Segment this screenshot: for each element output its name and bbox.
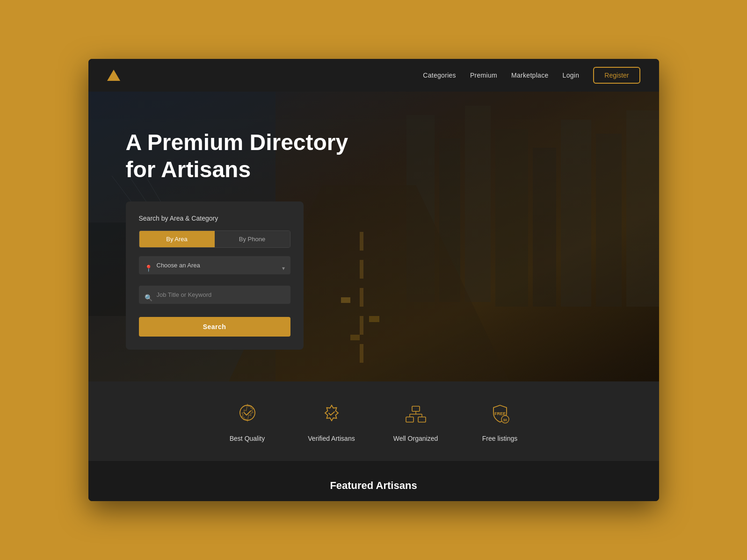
tab-by-area[interactable]: By Area xyxy=(139,231,215,247)
browser-window: Categories Premium Marketplace Login Reg… xyxy=(88,59,659,501)
keyword-field-wrapper: 🔍 xyxy=(139,286,290,309)
search-box: Search by Area & Category By Area By Pho… xyxy=(126,201,304,350)
verified-artisans-icon xyxy=(319,402,344,427)
svg-rect-24 xyxy=(412,406,420,411)
area-select[interactable]: Choose an Area xyxy=(139,256,290,274)
featured-section: Featured Artisans xyxy=(88,461,659,501)
nav-link-categories[interactable]: Categories xyxy=(423,72,456,79)
search-tab-group: By Area By Phone xyxy=(139,230,290,248)
best-quality-icon xyxy=(235,402,260,427)
nav-item-login[interactable]: Login xyxy=(563,71,580,79)
free-listings-label: Free listings xyxy=(482,435,517,442)
nav-links: Categories Premium Marketplace Login Reg… xyxy=(423,67,640,84)
feature-well-organized: Well Organized xyxy=(374,400,458,442)
verified-artisans-label: Verified Artisans xyxy=(308,435,355,442)
nav-link-marketplace[interactable]: Marketplace xyxy=(511,72,549,79)
svg-text:$0: $0 xyxy=(503,418,507,422)
feature-best-quality: Best Quality xyxy=(205,400,290,442)
logo-triangle-icon xyxy=(107,70,120,81)
search-box-title: Search by Area & Category xyxy=(139,215,290,222)
hero-section: A Premium Directory for Artisans Search … xyxy=(88,92,659,381)
nav-item-premium[interactable]: Premium xyxy=(470,71,497,79)
free-listings-icon-wrap: FREE $0 xyxy=(486,400,514,428)
tab-by-phone[interactable]: By Phone xyxy=(215,231,290,247)
free-listings-icon: FREE $0 xyxy=(487,402,513,427)
area-field-wrapper: 📍 Choose an Area ▾ xyxy=(139,256,290,280)
features-bar: Best Quality Verified Artisans xyxy=(88,381,659,461)
search-button[interactable]: Search xyxy=(139,317,290,337)
keyword-input[interactable] xyxy=(139,286,290,304)
best-quality-icon-wrap xyxy=(233,400,261,428)
svg-text:FREE: FREE xyxy=(494,411,505,416)
hero-content: A Premium Directory for Artisans Search … xyxy=(88,92,659,350)
navbar: Categories Premium Marketplace Login Reg… xyxy=(88,59,659,92)
nav-item-marketplace[interactable]: Marketplace xyxy=(511,71,549,79)
feature-free-listings: FREE $0 Free listings xyxy=(458,400,542,442)
well-organized-label: Well Organized xyxy=(393,435,438,442)
hero-title: A Premium Directory for Artisans xyxy=(126,129,360,183)
logo[interactable] xyxy=(107,70,120,81)
nav-link-login[interactable]: Login xyxy=(563,72,580,79)
nav-link-premium[interactable]: Premium xyxy=(470,72,497,79)
well-organized-icon xyxy=(403,402,428,427)
verified-artisans-icon-wrap xyxy=(318,400,346,428)
feature-verified-artisans: Verified Artisans xyxy=(290,400,374,442)
svg-rect-26 xyxy=(418,417,426,422)
best-quality-label: Best Quality xyxy=(230,435,265,442)
nav-item-register[interactable]: Register xyxy=(593,67,640,84)
nav-item-categories[interactable]: Categories xyxy=(423,71,456,79)
register-button[interactable]: Register xyxy=(593,67,640,84)
featured-title: Featured Artisans xyxy=(126,480,622,492)
svg-rect-25 xyxy=(406,417,413,422)
well-organized-icon-wrap xyxy=(402,400,430,428)
